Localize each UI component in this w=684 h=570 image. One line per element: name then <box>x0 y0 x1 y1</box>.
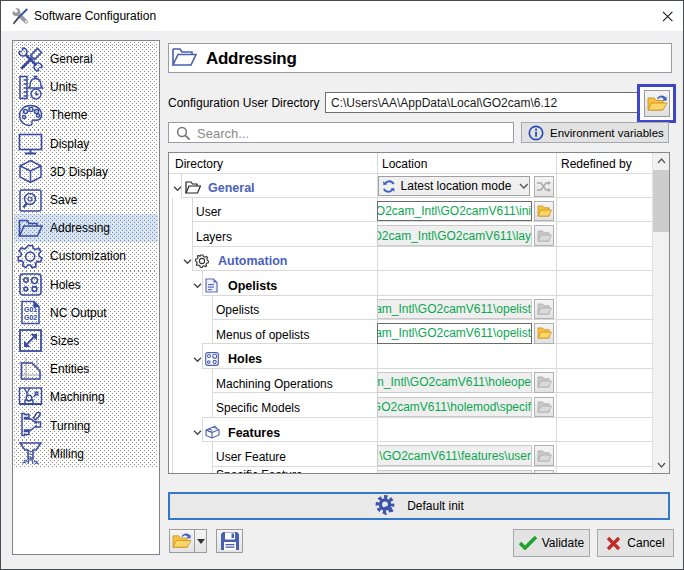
svg-text:G01: G01 <box>24 306 37 313</box>
svg-text:G02: G02 <box>24 314 37 321</box>
